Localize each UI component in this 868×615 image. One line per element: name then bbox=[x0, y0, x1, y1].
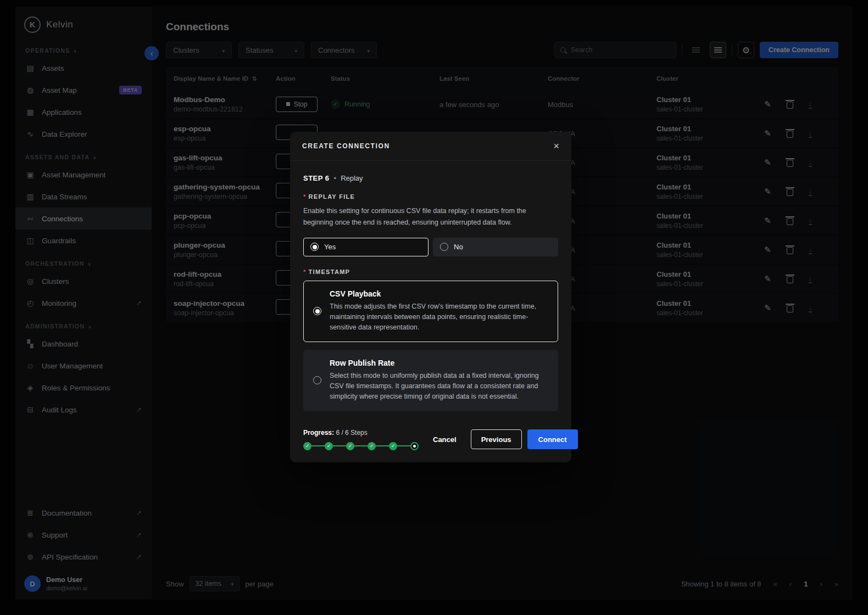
step-complete-icon bbox=[389, 442, 397, 450]
replay-file-help: Enable this setting for continuous CSV f… bbox=[303, 205, 545, 229]
cancel-button[interactable]: Cancel bbox=[424, 429, 465, 449]
progress-value: 6 / 6 Steps bbox=[336, 429, 367, 437]
field-label-text: TIMESTAMP bbox=[309, 269, 350, 275]
progress-label: Progress: bbox=[303, 429, 334, 437]
option-description: Select this mode to uniformly publish da… bbox=[330, 371, 548, 402]
step-current-icon bbox=[410, 442, 419, 450]
replay-yes-option[interactable]: Yes bbox=[303, 238, 429, 256]
step-complete-icon bbox=[325, 442, 333, 450]
option-description: This mode adjusts the first CSV row's ti… bbox=[330, 301, 548, 333]
bullet-icon bbox=[334, 174, 337, 182]
modal-title: CREATE CONNECTION bbox=[302, 142, 390, 150]
connect-button[interactable]: Connect bbox=[527, 429, 578, 449]
app-window: K Kelvin OPERATIONS Assets Asset MapBETA… bbox=[0, 0, 868, 615]
progress-stepper bbox=[303, 442, 419, 450]
radio-selected-icon[interactable] bbox=[313, 307, 321, 315]
replay-file-radio-group: Yes No bbox=[303, 238, 558, 256]
step-complete-icon bbox=[368, 442, 376, 450]
previous-button[interactable]: Previous bbox=[471, 429, 522, 449]
required-asterisk bbox=[303, 269, 307, 275]
step-indicator: STEP 6 Replay bbox=[303, 174, 558, 182]
option-title: Row Publish Rate bbox=[330, 359, 548, 367]
step-complete-icon bbox=[346, 442, 354, 450]
required-asterisk bbox=[303, 193, 307, 200]
radio-unselected-icon[interactable] bbox=[440, 243, 448, 251]
option-title: CSV Playback bbox=[330, 289, 548, 298]
create-connection-modal: CREATE CONNECTION STEP 6 Replay REPLAY F… bbox=[290, 132, 571, 462]
radio-unselected-icon[interactable] bbox=[313, 376, 321, 384]
option-label: No bbox=[454, 243, 463, 251]
csv-playback-option[interactable]: CSV Playback This mode adjusts the first… bbox=[303, 281, 558, 342]
radio-selected-icon[interactable] bbox=[310, 243, 319, 251]
option-label: Yes bbox=[324, 243, 336, 251]
row-publish-rate-option[interactable]: Row Publish Rate Select this mode to uni… bbox=[303, 350, 558, 411]
field-label-text: REPLAY FILE bbox=[309, 193, 355, 200]
step-number: STEP 6 bbox=[303, 174, 330, 182]
replay-no-option[interactable]: No bbox=[433, 238, 558, 256]
replay-file-label: REPLAY FILE bbox=[303, 193, 558, 200]
step-complete-icon bbox=[303, 442, 311, 450]
timestamp-label: TIMESTAMP bbox=[303, 269, 558, 275]
step-name: Replay bbox=[341, 174, 363, 182]
close-icon[interactable] bbox=[553, 141, 559, 151]
progress-indicator: Progress: 6 / 6 Steps bbox=[303, 429, 419, 450]
